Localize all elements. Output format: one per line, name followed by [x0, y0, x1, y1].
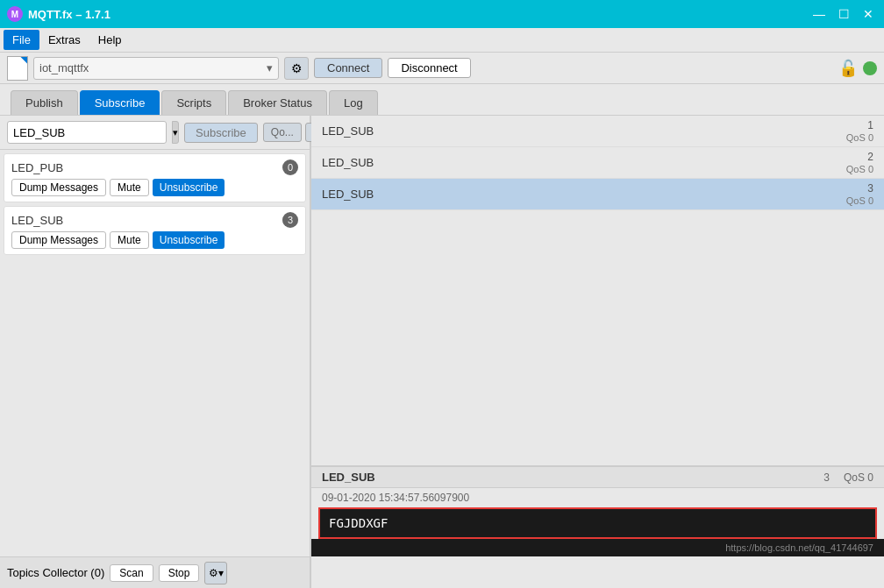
tab-publish[interactable]: Publish	[11, 90, 78, 115]
unsubscribe-button-1[interactable]: Unsubscribe	[153, 231, 225, 249]
message-topic-0: LED_SUB	[322, 124, 374, 138]
message-meta-1: 2 QoS 0	[846, 151, 873, 174]
gear-button[interactable]: ⚙	[284, 57, 309, 80]
connection-status-dot	[863, 61, 877, 75]
disconnect-button[interactable]: Disconnect	[388, 58, 470, 78]
message-num-1: 2	[867, 151, 873, 163]
scan-button[interactable]: Scan	[110, 564, 153, 582]
topic-actions-0: Dump Messages Mute Unsubscribe	[11, 179, 298, 196]
topics-collector-label: Topics Collector (0)	[7, 566, 104, 579]
message-topic-1: LED_SUB	[322, 156, 374, 169]
unsubscribe-button-0[interactable]: Unsubscribe	[153, 179, 225, 196]
message-topic-2: LED_SUB	[322, 188, 374, 201]
connection-name: iot_mqttfx	[39, 61, 89, 74]
message-qos-1: QoS 0	[846, 164, 873, 174]
stop-button[interactable]: Stop	[159, 564, 200, 582]
doc-icon	[7, 56, 28, 81]
list-item: LED_SUB 3 Dump Messages Mute Unsubscribe	[4, 206, 306, 255]
title-bar: M MQTT.fx – 1.7.1 — ☐ ✕	[0, 0, 884, 28]
topic-item-header-1: LED_SUB 3	[11, 212, 298, 228]
mute-button-1[interactable]: Mute	[110, 231, 149, 249]
detail-header: LED_SUB 3 QoS 0	[311, 467, 884, 488]
tab-subscribe[interactable]: Subscribe	[80, 90, 160, 115]
topic-item-header-0: LED_PUB 0	[11, 159, 298, 175]
subscribe-input[interactable]	[7, 121, 167, 144]
main-content: ▾ Subscribe Qo... Qo... Qo... Autoscroll…	[0, 116, 884, 588]
tab-broker-status[interactable]: Broker Status	[228, 90, 327, 115]
message-num-2: 3	[867, 182, 873, 195]
lock-icon: 🔓	[838, 59, 858, 78]
right-panel: LED_SUB 1 QoS 0 LED_SUB 2 QoS 0 LED_SUB …	[311, 116, 884, 588]
topic-badge-0: 0	[282, 159, 298, 175]
minimize-button[interactable]: —	[810, 5, 828, 23]
left-panel: ▾ Subscribe Qo... Qo... Qo... Autoscroll…	[0, 116, 311, 588]
connect-button[interactable]: Connect	[314, 58, 382, 78]
toolbar: iot_mqttfx ▾ ⚙ Connect Disconnect 🔓	[0, 53, 884, 84]
tab-log[interactable]: Log	[329, 90, 378, 115]
detail-meta: 3 QoS 0	[823, 471, 873, 484]
subscribe-dropdown-arrow[interactable]: ▾	[172, 121, 179, 144]
detail-message-content: FGJDDXGF	[318, 507, 877, 539]
mute-button-0[interactable]: Mute	[110, 179, 149, 196]
maximize-button[interactable]: ☐	[835, 5, 852, 23]
detail-qos: QoS 0	[844, 471, 873, 484]
message-meta-2: 3 QoS 0	[846, 182, 873, 206]
table-row[interactable]: LED_SUB 3 QoS 0	[311, 179, 884, 210]
title-bar-controls: — ☐ ✕	[810, 5, 877, 23]
title-bar-left: M MQTT.fx – 1.7.1	[7, 6, 110, 22]
topics-collector: Topics Collector (0) Scan Stop ⚙▾	[0, 556, 310, 588]
topic-name-0: LED_PUB	[11, 161, 63, 174]
app-title: MQTT.fx – 1.7.1	[28, 8, 110, 21]
collector-settings-icon[interactable]: ⚙▾	[204, 562, 227, 584]
close-button[interactable]: ✕	[859, 5, 877, 23]
topic-list: LED_PUB 0 Dump Messages Mute Unsubscribe…	[0, 150, 310, 556]
menu-file[interactable]: File	[4, 30, 39, 50]
connection-dropdown[interactable]: iot_mqttfx ▾	[33, 57, 279, 80]
table-row[interactable]: LED_SUB 1 QoS 0	[311, 116, 884, 147]
menu-help[interactable]: Help	[89, 30, 131, 50]
detail-footer: https://blog.csdn.net/qq_41744697	[311, 539, 884, 556]
detail-topic: LED_SUB	[322, 471, 375, 484]
message-meta-0: 1 QoS 0	[846, 119, 873, 143]
tab-scripts[interactable]: Scripts	[161, 90, 226, 115]
toolbar-right: 🔓	[838, 59, 877, 78]
subscribe-row: ▾ Subscribe Qo... Qo... Qo... Autoscroll…	[0, 116, 310, 150]
subscribe-button[interactable]: Subscribe	[184, 123, 258, 143]
topic-actions-1: Dump Messages Mute Unsubscribe	[11, 231, 298, 249]
tab-bar: Publish Subscribe Scripts Broker Status …	[0, 84, 884, 116]
dropdown-arrow-icon: ▾	[267, 61, 273, 74]
message-list: LED_SUB 1 QoS 0 LED_SUB 2 QoS 0 LED_SUB …	[311, 116, 884, 465]
topic-badge-1: 3	[282, 212, 298, 228]
table-row[interactable]: LED_SUB 2 QoS 0	[311, 147, 884, 179]
message-qos-2: QoS 0	[846, 195, 873, 206]
message-num-0: 1	[867, 119, 873, 131]
qos-btn-0[interactable]: Qo...	[263, 123, 302, 142]
topic-name-1: LED_SUB	[11, 214, 63, 227]
menu-bar: File Extras Help	[0, 28, 884, 53]
detail-num: 3	[823, 471, 830, 484]
detail-timestamp: 09-01-2020 15:34:57.56097900	[311, 488, 884, 507]
dump-messages-button-1[interactable]: Dump Messages	[11, 231, 106, 249]
dump-messages-button-0[interactable]: Dump Messages	[11, 179, 106, 196]
menu-extras[interactable]: Extras	[39, 30, 89, 50]
list-item: LED_PUB 0 Dump Messages Mute Unsubscribe	[4, 153, 306, 202]
message-qos-0: QoS 0	[846, 132, 873, 143]
app-icon: M	[7, 6, 23, 22]
message-detail: LED_SUB 3 QoS 0 09-01-2020 15:34:57.5609…	[311, 465, 884, 588]
